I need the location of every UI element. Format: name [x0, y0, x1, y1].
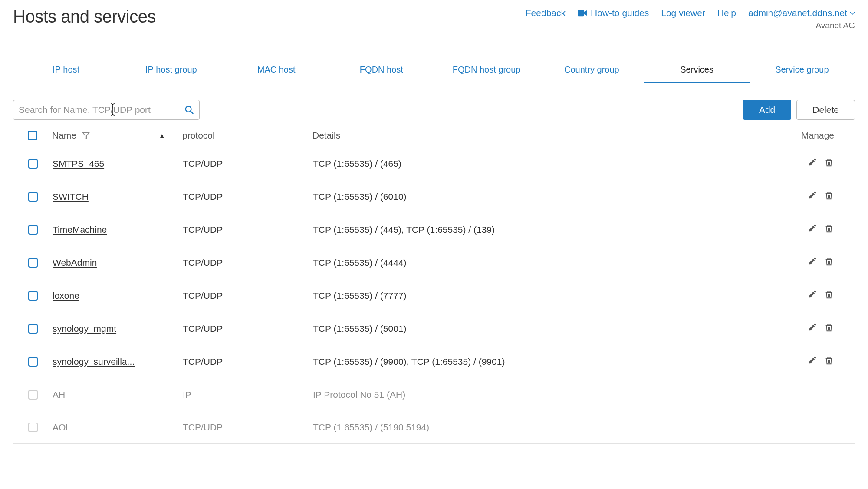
row-checkbox-cell	[13, 357, 53, 367]
user-menu[interactable]: admin@avanet.ddns.net	[748, 8, 855, 18]
edit-icon[interactable]	[808, 190, 817, 203]
row-checkbox[interactable]	[28, 225, 38, 235]
edit-icon[interactable]	[808, 289, 817, 302]
service-link[interactable]: loxone	[53, 291, 79, 301]
cell-name: synology_surveilla...	[53, 357, 183, 367]
row-checkbox[interactable]	[28, 192, 38, 202]
cell-protocol: TCP/UDP	[183, 422, 313, 433]
column-header-protocol[interactable]: protocol	[182, 130, 312, 141]
service-link[interactable]: SWITCH	[53, 192, 89, 202]
edit-icon[interactable]	[808, 223, 817, 236]
cell-manage	[785, 190, 855, 203]
trash-icon[interactable]	[824, 289, 834, 302]
edit-icon[interactable]	[808, 256, 817, 269]
sort-asc-icon[interactable]: ▲	[159, 132, 182, 139]
help-link[interactable]: Help	[717, 8, 736, 18]
search-input[interactable]	[19, 105, 181, 115]
column-header-manage: Manage	[786, 130, 855, 141]
edit-icon[interactable]	[808, 157, 817, 170]
delete-button[interactable]: Delete	[796, 100, 855, 120]
cell-name: AH	[53, 390, 183, 400]
row-checkbox[interactable]	[28, 291, 38, 301]
service-link[interactable]: WebAdmin	[53, 258, 97, 268]
trash-icon[interactable]	[824, 223, 834, 236]
tab-mac-host[interactable]: MAC host	[224, 56, 329, 83]
select-all-cell	[13, 131, 52, 140]
logviewer-link[interactable]: Log viewer	[661, 8, 705, 18]
row-checkbox-cell	[13, 225, 53, 235]
row-checkbox[interactable]	[28, 324, 38, 334]
trash-icon[interactable]	[824, 190, 834, 203]
table-row: AHIPIP Protocol No 51 (AH)	[13, 378, 855, 411]
row-checkbox	[28, 423, 38, 432]
cell-details: TCP (1:65535) / (4444)	[313, 258, 785, 268]
row-checkbox[interactable]	[28, 357, 38, 367]
filter-icon[interactable]	[82, 131, 90, 140]
service-link[interactable]: synology_mgmt	[53, 324, 116, 334]
tab-country-group[interactable]: Country group	[539, 56, 644, 83]
table-row: SMTPS_465TCP/UDPTCP (1:65535) / (465)	[13, 147, 855, 180]
cell-manage	[785, 256, 855, 269]
tab-service-group[interactable]: Service group	[750, 56, 855, 83]
cell-details: TCP (1:65535) / (6010)	[313, 192, 785, 202]
cell-manage	[785, 157, 855, 170]
service-link[interactable]: TimeMachine	[53, 225, 107, 235]
row-checkbox-cell	[13, 258, 53, 268]
feedback-link[interactable]: Feedback	[526, 8, 566, 18]
cell-manage	[785, 223, 855, 236]
tab-fqdn-host-group[interactable]: FQDN host group	[434, 56, 539, 83]
search-icon[interactable]	[184, 105, 194, 115]
search-box[interactable]	[13, 100, 200, 120]
howto-link[interactable]: How-to guides	[578, 8, 649, 18]
cell-details: IP Protocol No 51 (AH)	[313, 390, 785, 400]
cell-name: WebAdmin	[53, 258, 183, 268]
cell-name: loxone	[53, 291, 183, 301]
add-button[interactable]: Add	[743, 100, 791, 120]
row-checkbox[interactable]	[28, 159, 38, 169]
edit-icon[interactable]	[808, 355, 817, 368]
trash-icon[interactable]	[824, 157, 834, 170]
tab-ip-host[interactable]: IP host	[13, 56, 118, 83]
cell-details: TCP (1:65535) / (9900), TCP (1:65535) / …	[313, 357, 785, 367]
row-checkbox-cell	[13, 390, 53, 400]
column-name-label: Name	[52, 130, 76, 141]
row-checkbox-cell	[13, 192, 53, 202]
service-label: AH	[53, 390, 65, 400]
service-label: AOL	[53, 422, 71, 432]
trash-icon[interactable]	[824, 322, 834, 335]
cell-details: TCP (1:65535) / (7777)	[313, 291, 785, 301]
column-header-name[interactable]: Name ▲	[52, 130, 182, 141]
column-header-details[interactable]: Details	[312, 130, 786, 141]
row-checkbox	[28, 390, 38, 400]
cell-protocol: TCP/UDP	[183, 258, 313, 268]
service-link[interactable]: synology_surveilla...	[53, 357, 135, 367]
row-checkbox-cell	[13, 324, 53, 334]
video-icon	[578, 10, 587, 17]
service-link[interactable]: SMTPS_465	[53, 159, 104, 169]
select-all-checkbox[interactable]	[28, 131, 37, 140]
cell-name: TimeMachine	[53, 225, 183, 235]
tab-fqdn-host[interactable]: FQDN host	[329, 56, 434, 83]
table-row: synology_mgmtTCP/UDPTCP (1:65535) / (500…	[13, 312, 855, 345]
cell-name: AOL	[53, 422, 183, 433]
cell-protocol: TCP/UDP	[183, 324, 313, 334]
cell-protocol: TCP/UDP	[183, 357, 313, 367]
tab-ip-host-group[interactable]: IP host group	[118, 56, 224, 83]
table-row: SWITCHTCP/UDPTCP (1:65535) / (6010)	[13, 180, 855, 213]
table-row: WebAdminTCP/UDPTCP (1:65535) / (4444)	[13, 246, 855, 279]
edit-icon[interactable]	[808, 322, 817, 335]
cell-details: TCP (1:65535) / (5190:5194)	[313, 422, 785, 433]
cell-details: TCP (1:65535) / (445), TCP (1:65535) / (…	[313, 225, 785, 235]
org-name: Avanet AG	[816, 21, 855, 30]
trash-icon[interactable]	[824, 355, 834, 368]
row-checkbox[interactable]	[28, 258, 38, 268]
cell-name: SWITCH	[53, 192, 183, 202]
trash-icon[interactable]	[824, 256, 834, 269]
table-row: AOLTCP/UDPTCP (1:65535) / (5190:5194)	[13, 411, 855, 444]
tab-services[interactable]: Services	[644, 56, 750, 83]
svg-point-1	[186, 106, 191, 112]
cell-details: TCP (1:65535) / (465)	[313, 159, 785, 169]
cell-protocol: TCP/UDP	[183, 192, 313, 202]
table-row: TimeMachineTCP/UDPTCP (1:65535) / (445),…	[13, 213, 855, 246]
cell-protocol: TCP/UDP	[183, 291, 313, 301]
